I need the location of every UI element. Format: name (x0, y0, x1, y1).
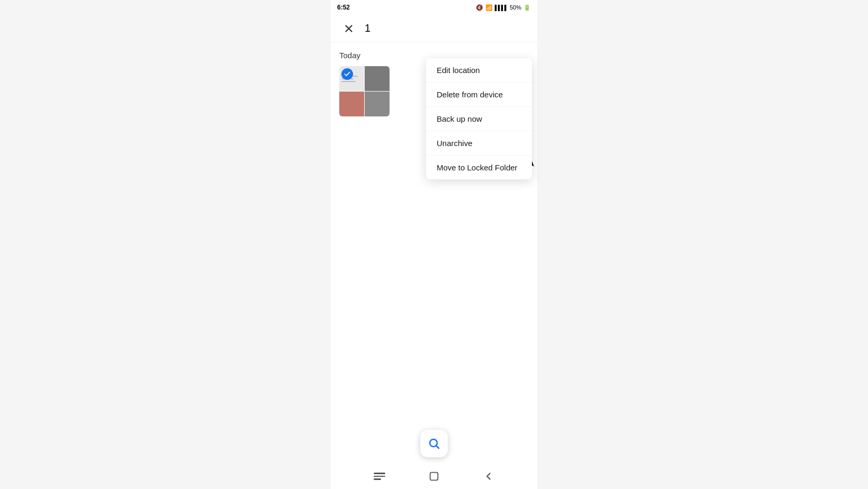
menu-item-unarchive[interactable]: Unarchive (426, 131, 532, 156)
selected-count: 1 (365, 22, 370, 34)
top-bar: 1 (331, 15, 537, 42)
main-content: Today (331, 42, 537, 125)
menu-lines-icon (374, 473, 385, 480)
nav-back-button[interactable] (478, 466, 499, 486)
menu-item-back-up-now[interactable]: Back up now (426, 107, 532, 131)
bottom-nav (331, 464, 537, 489)
home-icon (428, 470, 440, 482)
menu-item-move-to-locked-folder[interactable]: Move to Locked Folder (426, 156, 532, 179)
svg-rect-6 (430, 473, 438, 481)
signal-icon: ▌▌▌▌ (495, 5, 508, 11)
battery-icon: 🔋 (523, 4, 531, 11)
status-icons: 🔇 📶 ▌▌▌▌ 50% 🔋 (476, 4, 531, 11)
battery-label: 50% (510, 4, 521, 11)
menu-item-delete-from-device[interactable]: Delete from device (426, 83, 532, 107)
nav-menu-button[interactable] (369, 468, 390, 484)
status-time: 6:52 (337, 4, 350, 11)
close-button[interactable] (339, 19, 358, 38)
context-menu: Edit location Delete from device Back up… (426, 58, 532, 179)
svg-line-5 (437, 446, 439, 449)
wifi-icon: 📶 (485, 4, 493, 11)
checkmark-badge (341, 68, 353, 80)
photo-cell-3 (339, 92, 364, 116)
photo-thumbnail[interactable] (339, 66, 390, 116)
search-icon (428, 437, 440, 450)
phone-frame: 6:52 🔇 📶 ▌▌▌▌ 50% 🔋 1 Today (331, 0, 537, 489)
menu-item-edit-location[interactable]: Edit location (426, 58, 532, 83)
mute-icon: 🔇 (476, 4, 483, 11)
nav-home-button[interactable] (424, 466, 444, 486)
back-icon (483, 470, 494, 482)
photo-cell-2 (365, 66, 390, 91)
photo-cell-4 (365, 92, 390, 116)
search-fab-button[interactable] (420, 430, 448, 457)
status-bar: 6:52 🔇 📶 ▌▌▌▌ 50% 🔋 (331, 0, 537, 15)
